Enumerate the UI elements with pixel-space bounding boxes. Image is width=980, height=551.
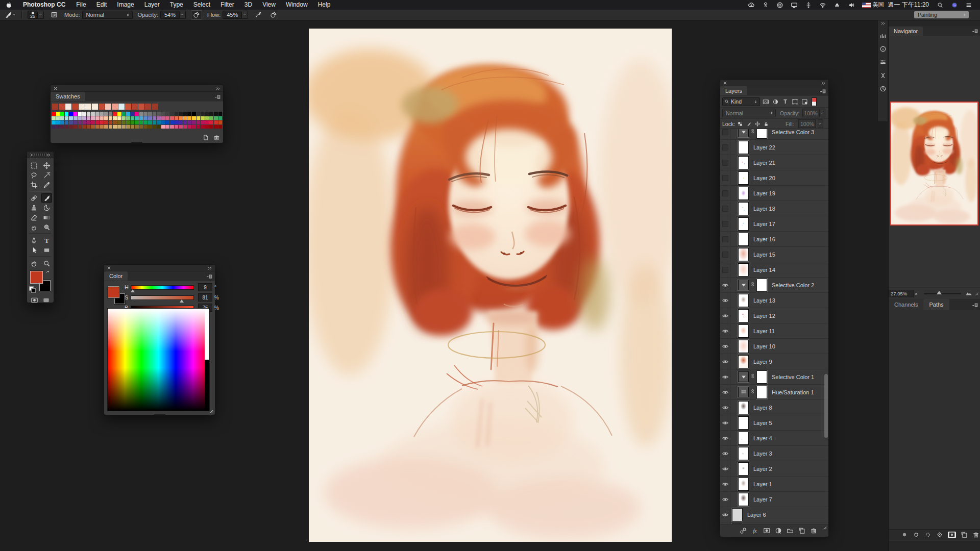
panel-menu-icon[interactable] — [820, 88, 826, 95]
slider-value[interactable]: 81 — [198, 293, 212, 302]
swatch[interactable] — [122, 125, 126, 129]
visibility-toggle[interactable] — [720, 293, 730, 308]
lock-transparent-icon[interactable] — [737, 121, 743, 127]
swatch[interactable] — [117, 112, 121, 116]
swatch[interactable] — [192, 116, 196, 120]
airplay-icon[interactable] — [805, 2, 812, 9]
layer-thumbnail[interactable] — [738, 416, 749, 430]
layer-name[interactable]: Layer 14 — [753, 267, 775, 273]
navigator-zoom-slider[interactable] — [924, 293, 961, 294]
visibility-toggle[interactable] — [720, 492, 730, 507]
recent-swatch[interactable] — [112, 104, 118, 110]
layer-mask-thumbnail[interactable] — [756, 279, 767, 292]
recent-swatch[interactable] — [52, 104, 58, 110]
swatch[interactable] — [82, 120, 86, 124]
swatch[interactable] — [214, 116, 218, 120]
layer-row[interactable]: Layer 8 — [720, 400, 828, 415]
resize-notch[interactable] — [131, 142, 142, 143]
pressure-opacity-button[interactable] — [191, 10, 202, 20]
swatch[interactable] — [69, 112, 73, 116]
delete-layer-icon[interactable] — [810, 527, 817, 534]
notification-center-icon[interactable] — [965, 2, 972, 9]
properties-panel-icon[interactable] — [879, 59, 887, 66]
swatch[interactable] — [139, 120, 143, 124]
swatch[interactable] — [56, 116, 60, 120]
swatch[interactable] — [82, 112, 86, 116]
pixel-filter-icon[interactable] — [763, 98, 769, 105]
swatch[interactable] — [56, 125, 60, 129]
layer-thumbnail[interactable] — [732, 508, 743, 521]
swatch[interactable] — [126, 125, 130, 129]
swatch[interactable] — [209, 125, 213, 129]
close-icon[interactable] — [723, 81, 727, 85]
panel-menu-icon[interactable] — [972, 302, 978, 309]
spotlight-search-icon[interactable] — [937, 2, 944, 9]
menu-select[interactable]: Select — [188, 0, 215, 10]
visibility-toggle[interactable] — [720, 522, 730, 524]
swatch[interactable] — [78, 120, 82, 124]
swatch[interactable] — [197, 125, 201, 129]
menu-type[interactable]: Type — [165, 0, 188, 10]
layer-name[interactable]: Selective Color 2 — [772, 282, 814, 288]
info-panel-icon[interactable] — [879, 45, 887, 53]
tab-swatches[interactable]: Swatches — [51, 92, 85, 101]
swatch[interactable] — [122, 120, 126, 124]
menu-edit[interactable]: Edit — [91, 0, 112, 10]
swatch[interactable] — [143, 116, 148, 120]
blend-mode-select[interactable]: Normal — [722, 109, 776, 117]
opacity-caret[interactable] — [180, 11, 186, 19]
swatch[interactable] — [135, 120, 139, 124]
swatch[interactable] — [148, 125, 152, 129]
type-filter-icon[interactable]: T — [782, 98, 789, 105]
swatch[interactable] — [157, 125, 161, 129]
zoom-out-icon[interactable] — [914, 290, 920, 296]
swatch[interactable] — [170, 120, 174, 124]
layer-name[interactable]: Layer 3 — [753, 450, 772, 457]
display-device-icon[interactable] — [791, 2, 798, 9]
rectangular-marquee-tool[interactable] — [29, 161, 39, 170]
swatch[interactable] — [187, 116, 191, 120]
screen-mode-button[interactable] — [42, 296, 50, 304]
swatch[interactable] — [113, 125, 117, 129]
swatch[interactable] — [201, 120, 205, 124]
add-mask-icon[interactable] — [948, 532, 956, 538]
fill-caret[interactable] — [818, 119, 823, 128]
delete-swatch-icon[interactable] — [213, 134, 220, 141]
visibility-toggle[interactable] — [720, 232, 730, 246]
spot-healing-brush-tool[interactable] — [29, 193, 39, 203]
swatch[interactable] — [175, 120, 179, 124]
layer-row[interactable]: Layer 15 — [720, 247, 828, 262]
new-group-icon[interactable] — [787, 527, 794, 534]
clone-stamp-tool[interactable] — [29, 203, 39, 212]
stroke-path-icon[interactable] — [913, 531, 920, 538]
visibility-toggle[interactable] — [720, 369, 730, 384]
input-source-label[interactable]: 美国 — [873, 1, 884, 9]
swatch[interactable] — [170, 116, 174, 120]
swatch[interactable] — [205, 112, 209, 116]
layer-row[interactable]: Layer 14 — [720, 262, 828, 278]
layer-name[interactable]: Layer 1 — [753, 481, 772, 487]
swatch[interactable] — [87, 112, 91, 116]
swatch[interactable] — [153, 125, 157, 129]
swatch[interactable] — [214, 112, 218, 116]
swatch[interactable] — [74, 116, 78, 120]
layer-name[interactable]: Layer 18 — [753, 206, 775, 212]
swatch[interactable] — [60, 116, 64, 120]
adjustment-thumbnail[interactable] — [738, 387, 749, 397]
pen-tool[interactable] — [29, 236, 39, 245]
swatch[interactable] — [78, 116, 82, 120]
dodge-tool[interactable] — [41, 222, 52, 232]
recent-swatch[interactable] — [99, 104, 105, 110]
eyedropper-tool[interactable] — [41, 180, 52, 189]
lock-all-icon[interactable] — [763, 121, 769, 127]
swatch[interactable] — [131, 112, 135, 116]
swatch[interactable] — [87, 125, 91, 129]
swatch[interactable] — [165, 125, 169, 129]
swatch[interactable] — [122, 116, 126, 120]
history-brush-tool[interactable] — [41, 203, 52, 212]
visibility-toggle[interactable] — [720, 216, 730, 231]
opacity-caret[interactable] — [820, 109, 825, 117]
visibility-toggle[interactable] — [720, 323, 730, 338]
swatch[interactable] — [165, 112, 169, 116]
visibility-toggle[interactable] — [720, 186, 730, 201]
